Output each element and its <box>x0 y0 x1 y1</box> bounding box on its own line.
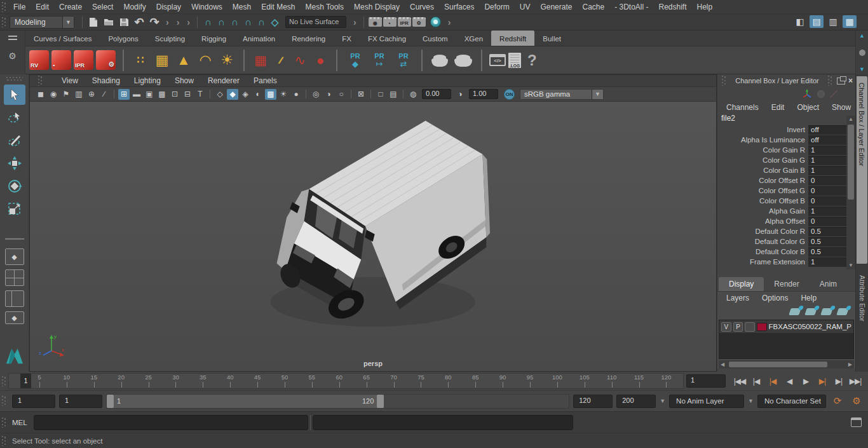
attribute-value-field[interactable]: 0 <box>808 196 846 206</box>
attribute-value-field[interactable]: 0.5 <box>808 247 846 257</box>
select-camera-icon[interactable]: ◼ <box>35 89 46 100</box>
ipr-render-icon[interactable]: IPR <box>398 17 411 27</box>
rs-help-icon[interactable]: ? <box>524 51 541 69</box>
wireframe-icon[interactable]: ◇ <box>214 89 226 100</box>
move-tool[interactable] <box>4 153 25 173</box>
layer-editor-menu-item[interactable]: Options <box>756 292 794 304</box>
panel-grip[interactable] <box>722 76 726 86</box>
camera-attributes-icon[interactable]: ◉ <box>48 89 59 100</box>
attribute-label[interactable]: Alpha Offset <box>717 217 808 225</box>
collapsed-group-chevron[interactable]: › <box>173 17 183 27</box>
attribute-value-field[interactable]: 0.5 <box>808 227 846 236</box>
attribute-label[interactable]: Alpha Is Luminance <box>717 136 808 144</box>
rs-physical-sun-icon[interactable]: ☀ <box>217 51 236 70</box>
layer-list-scrollbar[interactable]: ◀ ▶ <box>719 360 854 369</box>
save-scene-icon[interactable] <box>117 16 131 29</box>
toolbar-grip[interactable] <box>2 376 6 386</box>
attribute-label[interactable]: Color Gain G <box>717 156 808 164</box>
layer-row[interactable]: V P FBXASC050022_RAM_P <box>719 320 853 333</box>
separator[interactable] <box>370 90 371 98</box>
character-set-dropdown[interactable]: No Character Set <box>757 395 826 408</box>
exposure-icon[interactable]: ◍ <box>407 89 419 100</box>
attribute-value-field[interactable]: off <box>808 125 846 135</box>
layer-editor-tab[interactable]: Display <box>719 277 764 291</box>
rs-volume-icon[interactable]: ▦ <box>252 53 269 68</box>
resolution-gate-icon[interactable]: ▣ <box>144 89 155 100</box>
scroll-thumb[interactable] <box>848 125 854 200</box>
channel-box-menu-item[interactable]: Edit <box>765 102 791 113</box>
layout-two-pane-button[interactable]: ◆ <box>5 311 24 324</box>
create-empty-layer-icon[interactable] <box>820 308 833 315</box>
shelf-scrollbar[interactable]: ▲ ▼ <box>855 31 868 74</box>
shelf-tab[interactable]: Curves / Surfaces <box>25 31 100 46</box>
render-settings-icon[interactable]: ⚙ <box>412 17 426 27</box>
attribute-label[interactable]: Default Color R <box>717 227 808 235</box>
rs-proxy-export-icon[interactable]: PR ↦ <box>369 52 390 69</box>
channel-box-menu-item[interactable]: Object <box>790 102 825 113</box>
animation-preferences-icon[interactable]: ⚙ <box>849 395 864 407</box>
channel-box-menu-item[interactable]: Channels <box>720 102 765 113</box>
render-current-frame-icon[interactable]: ▪ <box>383 17 397 27</box>
safe-action-icon[interactable]: ⊟ <box>182 89 193 100</box>
time-slider[interactable]: 5 10 15 20 25 30 35 <box>8 373 684 389</box>
rs-render-icon[interactable]: ▪ <box>51 50 71 70</box>
layer-name[interactable]: FBXASC050022_RAM_P <box>769 323 851 330</box>
open-scene-icon[interactable] <box>102 16 116 29</box>
rs-render-view-icon[interactable]: RV <box>29 50 49 70</box>
channel-box-toggle[interactable]: ▦ <box>843 15 857 28</box>
attribute-label[interactable]: Default Color G <box>717 238 808 245</box>
film-gate-icon[interactable]: ▬ <box>131 89 142 100</box>
rs-sphere-icon[interactable]: ● <box>311 53 329 68</box>
toolbar-grip[interactable] <box>2 2 6 12</box>
node-name[interactable]: file2 <box>717 114 855 125</box>
range-slider[interactable]: 1 120 <box>106 394 569 409</box>
channel-box-menu-item[interactable]: Show <box>825 102 857 113</box>
rs-area-light-icon[interactable]: ∷ <box>131 51 150 70</box>
new-scene-icon[interactable] <box>86 16 100 29</box>
render-view-toggle-icon[interactable] <box>430 17 441 27</box>
scroll-thumb[interactable] <box>729 362 827 367</box>
gate-mask-icon[interactable]: ▩ <box>156 89 168 100</box>
isolate-select-icon[interactable]: ⊠ <box>355 89 367 100</box>
chevron-down-icon[interactable]: ▼ <box>660 398 665 404</box>
attribute-value-field[interactable]: 0 <box>808 186 846 196</box>
attribute-value-field[interactable]: 0.5 <box>808 237 846 247</box>
layer-editor-menu-item[interactable]: Layers <box>720 292 756 304</box>
separator[interactable] <box>210 90 210 98</box>
attribute-label[interactable]: Color Offset R <box>717 177 808 184</box>
separator[interactable] <box>351 90 351 98</box>
field-chart-icon[interactable]: ⊡ <box>169 89 180 100</box>
van-3d-model[interactable] <box>240 116 494 333</box>
smooth-shade-icon[interactable]: ◆ <box>227 89 238 100</box>
menu-item[interactable]: Curves <box>405 1 439 13</box>
rs-log-icon[interactable]: .LOG <box>508 53 521 68</box>
chevron-down-icon[interactable]: ▼ <box>592 90 603 99</box>
motion-blur-icon[interactable]: ◑ <box>323 89 334 100</box>
rs-proxy-convert-icon[interactable]: PR ⇄ <box>393 52 414 69</box>
attribute-label[interactable]: Default Color B <box>717 248 808 255</box>
panel-menu-item[interactable]: Shading <box>85 75 127 86</box>
attribute-editor-toggle[interactable]: ▤ <box>810 15 824 28</box>
playback-end-field[interactable]: 120 <box>573 395 613 408</box>
grease-pencil-icon[interactable]: ∕ <box>98 89 110 100</box>
redo-icon[interactable]: ↷ <box>147 16 161 29</box>
undo-icon[interactable]: ↶ <box>132 16 146 29</box>
menu-item[interactable]: Redshift <box>654 1 692 13</box>
tab-channel-box[interactable]: Channel Box / Layer Editor <box>857 76 867 264</box>
step-back-frame-button[interactable]: |◀ <box>749 374 764 388</box>
menu-item[interactable]: Modify <box>118 1 151 13</box>
scroll-up-icon[interactable]: ▲ <box>848 116 853 123</box>
wireframe-on-shaded-icon[interactable]: ◈ <box>240 89 251 100</box>
rs-shader-graph-icon[interactable]: </> <box>489 54 506 66</box>
ao-icon[interactable]: ◎ <box>310 89 322 100</box>
popout-icon[interactable] <box>837 78 845 85</box>
modeling-toolkit-toggle[interactable]: ◧ <box>793 15 807 28</box>
menu-item[interactable]: UV <box>515 1 536 13</box>
command-result-field[interactable] <box>313 415 573 430</box>
menu-item[interactable]: Surfaces <box>439 1 479 13</box>
shelf-menu-icon[interactable] <box>8 36 17 37</box>
layout-single-pane-button[interactable]: ◆ <box>5 248 24 265</box>
scroll-down-icon[interactable]: ▼ <box>859 66 865 72</box>
menu-item[interactable]: Generate <box>535 1 577 13</box>
menu-item[interactable]: Display <box>151 1 186 13</box>
